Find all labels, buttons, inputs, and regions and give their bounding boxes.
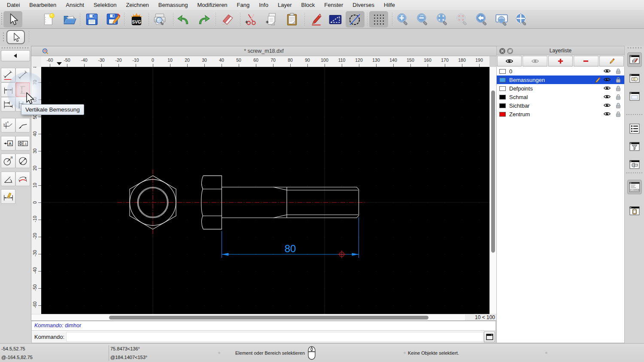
- eye-open-icon[interactable]: [604, 94, 611, 100]
- dim-leader-button[interactable]: [15, 118, 30, 133]
- eye-closed-button[interactable]: [522, 56, 547, 66]
- vertical-scrollbar-thumb[interactable]: [491, 90, 495, 253]
- dim-radial-button[interactable]: R: [1, 154, 15, 168]
- lock-icon[interactable]: [615, 77, 622, 83]
- lock-icon[interactable]: [615, 94, 622, 100]
- save-drawing-button[interactable]: [82, 11, 101, 27]
- copy-button[interactable]: [262, 11, 281, 27]
- toolbar-drag-handle[interactable]: [3, 33, 4, 42]
- layer-color-swatch[interactable]: [499, 78, 506, 82]
- toggle-command-line-button[interactable]: >_command: [627, 180, 642, 194]
- export-svg-button[interactable]: SVG: [127, 11, 146, 27]
- zoom-redraw-button[interactable]: [472, 11, 491, 27]
- lock-icon[interactable]: [615, 85, 622, 91]
- menu-hilfe[interactable]: Hilfe: [384, 2, 395, 8]
- lock-icon[interactable]: [615, 111, 622, 117]
- new-drawing-button[interactable]: [39, 11, 58, 27]
- zoom-pan-button[interactable]: [512, 11, 531, 27]
- dim-angular-button[interactable]: [1, 172, 15, 186]
- eye-open-button[interactable]: [497, 56, 522, 66]
- pencil-icon[interactable]: [594, 77, 601, 83]
- dock-strip-handle[interactable]: [628, 47, 641, 48]
- dim-baseline-button[interactable]: [1, 97, 15, 112]
- toggle-tool-options-button[interactable]: [627, 121, 642, 136]
- dim-tolerance-button[interactable]: .1: [15, 136, 30, 151]
- vertical-scrollbar[interactable]: [489, 67, 496, 315]
- eye-open-icon[interactable]: [604, 77, 611, 83]
- toggle-selection-filter-button[interactable]: [627, 139, 642, 154]
- lock-icon[interactable]: [615, 68, 622, 74]
- drawing-canvas[interactable]: 80: [41, 67, 489, 315]
- draft-lines-button[interactable]: [346, 11, 365, 27]
- menu-block[interactable]: Block: [301, 2, 315, 8]
- paste-button[interactable]: [283, 11, 301, 27]
- horizontal-scrollbar-thumb[interactable]: [109, 316, 428, 320]
- save-drawing-as-button[interactable]: [103, 11, 122, 27]
- zoom-previous-button[interactable]: [453, 11, 471, 27]
- menu-datei[interactable]: Datei: [7, 2, 20, 8]
- layer-color-swatch[interactable]: [499, 86, 506, 91]
- layer-row-zentrum[interactable]: Zentrum: [497, 110, 624, 118]
- menu-selektion[interactable]: Selektion: [94, 2, 116, 8]
- toggle-grid-button[interactable]: [369, 11, 388, 27]
- menu-modifizieren[interactable]: Modifizieren: [197, 2, 228, 8]
- selection-pointer-button[interactable]: [6, 30, 25, 44]
- undo-button[interactable]: [174, 11, 193, 27]
- dim-linear-button[interactable]: [15, 68, 30, 82]
- minus-button[interactable]: [574, 56, 598, 66]
- menu-fang[interactable]: Fang: [237, 2, 250, 8]
- toggle-library-browser-button[interactable]: [627, 89, 642, 104]
- eye-open-icon[interactable]: [604, 85, 611, 91]
- select-tool-button[interactable]: [3, 11, 22, 27]
- pencil-button[interactable]: [599, 56, 624, 66]
- drawing-window-titlebar[interactable]: * screw_m18.dxf: [31, 46, 496, 56]
- palette-back-button[interactable]: [1, 50, 30, 61]
- dim-ordinate-button[interactable]: xy: [1, 118, 15, 133]
- eye-open-icon[interactable]: [604, 68, 611, 74]
- open-drawing-button[interactable]: [60, 11, 79, 27]
- menu-bearbeiten[interactable]: Bearbeiten: [29, 2, 56, 8]
- dim-text-button[interactable]: A: [1, 136, 15, 151]
- dim-arc-button[interactable]: [15, 172, 30, 186]
- redo-button[interactable]: [194, 11, 213, 27]
- dim-aligned-button[interactable]: [1, 68, 15, 82]
- menu-diverses[interactable]: Diverses: [352, 2, 374, 8]
- toggle-clipboard-button[interactable]: [627, 204, 642, 218]
- toggle-layer-list-button[interactable]: [627, 52, 642, 67]
- menu-fenster[interactable]: Fenster: [324, 2, 343, 8]
- toggle-visualization-button[interactable]: [627, 157, 642, 172]
- menu-info[interactable]: Info: [259, 2, 268, 8]
- horizontal-scrollbar[interactable]: [31, 314, 465, 320]
- toolbar-drag-handle[interactable]: [1, 13, 2, 26]
- toggle-block-list-button[interactable]: [627, 71, 642, 86]
- layer-color-swatch[interactable]: [499, 69, 506, 74]
- palette-drag-handle[interactable]: [2, 47, 29, 48]
- zoom-auto-button[interactable]: [433, 11, 452, 27]
- menu-layer[interactable]: Layer: [278, 2, 292, 8]
- zoom-out-button[interactable]: [413, 11, 432, 27]
- eye-open-icon[interactable]: [604, 103, 611, 109]
- plus-button[interactable]: [548, 56, 573, 66]
- delete-selected-button[interactable]: [218, 11, 237, 27]
- command-window-toggle-button[interactable]: [484, 332, 495, 342]
- layer-row-defpoints[interactable]: Defpoints: [497, 84, 624, 93]
- layer-color-swatch[interactable]: [499, 103, 506, 108]
- menu-zeichnen[interactable]: Zeichnen: [126, 2, 149, 8]
- dim-horizontal-button[interactable]: [1, 82, 15, 97]
- layer-color-swatch[interactable]: [499, 95, 506, 100]
- draft-mode-button[interactable]: [326, 11, 345, 27]
- layer-row-bemassungen[interactable]: Bemassungen: [497, 75, 624, 84]
- menu-bemassung[interactable]: Bemassung: [158, 2, 188, 8]
- edit-attributes-button[interactable]: [306, 11, 325, 27]
- dim-diametric-button[interactable]: [15, 154, 30, 168]
- dim-update-button[interactable]: [1, 189, 15, 204]
- layer-row-sichtbar[interactable]: Sichtbar: [497, 101, 624, 110]
- print-preview-button[interactable]: [150, 11, 169, 27]
- lock-icon[interactable]: [615, 103, 622, 109]
- command-input[interactable]: [66, 332, 483, 342]
- layer-row-schmal[interactable]: Schmal: [497, 93, 624, 101]
- zoom-window-button[interactable]: [492, 11, 511, 27]
- layer-row-0[interactable]: 0: [497, 67, 624, 75]
- menu-ansicht[interactable]: Ansicht: [66, 2, 84, 8]
- layer-color-swatch[interactable]: [499, 112, 506, 117]
